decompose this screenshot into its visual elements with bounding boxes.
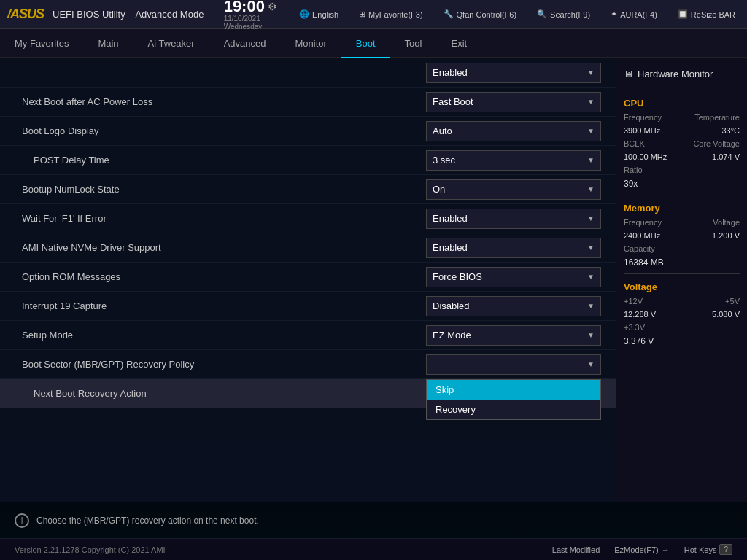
voltage-section-title: Voltage [624, 281, 740, 292]
setting-label-9: Setup Mode [22, 330, 426, 341]
nav-boot[interactable]: Boot [341, 29, 390, 58]
nav-main[interactable]: Main [83, 29, 133, 58]
setting-label-3: POST Delay Time [22, 155, 426, 166]
footer-bar: i Choose the (MBR/GPT) recovery action o… [0, 502, 747, 538]
cpu-temperature-label: Temperature [694, 113, 740, 122]
setting-dropdown-6[interactable]: Enabled ▼ [426, 238, 601, 258]
header: /ASUS UEFI BIOS Utility – Advanced Mode … [0, 0, 747, 29]
setting-label-5: Wait For 'F1' If Error [22, 213, 426, 224]
myfavorite-btn[interactable]: ⊞ MyFavorite(F3) [355, 8, 427, 20]
setting-dropdown-3[interactable]: 3 sec ▼ [426, 150, 601, 171]
volt-12-value: 12.288 V [624, 310, 656, 319]
fan-icon: 🔧 [444, 9, 454, 19]
setting-dropdown-2[interactable]: Auto ▼ [426, 121, 601, 141]
setting-label-11: Next Boot Recovery Action [22, 388, 426, 399]
gear-icon[interactable]: ⚙ [268, 1, 277, 12]
dropdown-value-1: Fast Boot [433, 96, 473, 107]
search-btn[interactable]: 🔍 Search(F9) [533, 8, 595, 20]
nav-my-favorites[interactable]: My Favorites [0, 29, 83, 58]
setting-label-2: Boot Logo Display [22, 125, 426, 136]
nav-exit[interactable]: Exit [436, 29, 481, 58]
setting-label-6: AMI Native NVMe Driver Support [22, 242, 426, 253]
mem-capacity-label: Capacity [624, 244, 655, 253]
dropdown-arrow-5: ▼ [587, 214, 595, 222]
cpu-ratio-value: 39x [624, 179, 740, 189]
date-display: 11/10/2021 Wednesday [224, 15, 263, 31]
dropdown-value-4: On [433, 184, 445, 195]
hardware-monitor-title: 🖥 Hardware Monitor [624, 66, 740, 82]
setting-row-7: Option ROM Messages Force BIOS ▼ [0, 262, 616, 292]
volt-33-label: +3.3V [624, 323, 645, 332]
setting-dropdown-9[interactable]: EZ Mode ▼ [426, 325, 601, 346]
dropdown-arrow-8: ▼ [587, 302, 595, 310]
settings-list: Enabled ▼ Next Boot after AC Power Loss … [0, 58, 616, 408]
hot-keys-btn[interactable]: Hot Keys ? [684, 544, 732, 555]
mem-freq-label: Frequency [624, 218, 662, 227]
volt-33-row: +3.3V [624, 323, 740, 332]
resize-label: ReSize BAR [691, 10, 735, 19]
cpu-voltage-label: Core Voltage [693, 139, 740, 148]
volt-12-value-row: 12.288 V 5.080 V [624, 310, 740, 319]
setting-dropdown-10[interactable]: ▼ [426, 354, 601, 375]
dropdown-option-skip[interactable]: Skip [427, 380, 600, 400]
datetime-block: 19:00 ⚙ 11/10/2021 Wednesday [224, 0, 277, 31]
mem-freq-value-row: 2400 MHz 1.200 V [624, 231, 740, 240]
cpu-frequency-value: 3900 MHz [624, 126, 660, 135]
setting-dropdown-1[interactable]: Fast Boot ▼ [426, 92, 601, 112]
setting-row-8: Interrupt 19 Capture Disabled ▼ [0, 292, 616, 321]
setting-label-8: Interrupt 19 Capture [22, 300, 426, 311]
setting-dropdown-4[interactable]: On ▼ [426, 179, 601, 200]
setting-dropdown-7[interactable]: Force BIOS ▼ [426, 267, 601, 287]
nav-tool[interactable]: Tool [390, 29, 437, 58]
last-modified-btn[interactable]: Last Modified [552, 544, 600, 555]
cpu-frequency-value-row: 3900 MHz 33°C [624, 126, 740, 135]
hot-keys-label: Hot Keys [684, 545, 717, 554]
logo: /ASUS [7, 7, 44, 22]
hw-divider-top [624, 90, 740, 90]
setting-row-0: Enabled ▼ [0, 58, 616, 88]
setting-row-10: Boot Sector (MBR/GPT) Recovery Policy ▼ [0, 350, 616, 379]
setting-row-4: Bootup NumLock State On ▼ [0, 175, 616, 204]
last-modified-label: Last Modified [552, 545, 600, 554]
setting-dropdown-0[interactable]: Enabled ▼ [426, 63, 601, 83]
volt-5-label: +5V [725, 297, 740, 306]
bios-title: UEFI BIOS Utility – Advanced Mode [53, 9, 224, 20]
dropdown-value-3: 3 sec [433, 155, 455, 166]
qfan-btn[interactable]: 🔧 Qfan Control(F6) [439, 8, 522, 20]
info-icon: i [15, 513, 29, 528]
nav-ai-tweaker[interactable]: Ai Tweaker [133, 29, 209, 58]
asus-logo: /ASUS [7, 7, 44, 22]
cpu-bclk-label: BCLK [624, 139, 645, 148]
cpu-ratio-label: Ratio [624, 166, 643, 174]
version-text: Version 2.21.1278 Copyright (C) 2021 AMI [15, 545, 166, 554]
setting-row-6: AMI Native NVMe Driver Support Enabled ▼ [0, 233, 616, 262]
nav-monitor[interactable]: Monitor [281, 29, 341, 58]
nav-advanced[interactable]: Advanced [209, 29, 281, 58]
dropdown-arrow-0: ▼ [587, 69, 595, 77]
aura-label: AURA(F4) [620, 10, 657, 19]
dropdown-value-5: Enabled [433, 213, 468, 224]
resize-icon: 🔲 [678, 9, 688, 19]
dropdown-option-recovery[interactable]: Recovery [427, 400, 600, 419]
aura-icon: ✦ [611, 9, 617, 19]
setting-dropdown-5[interactable]: Enabled ▼ [426, 209, 601, 229]
mem-capacity-value: 16384 MB [624, 257, 740, 268]
nav-bar: My Favorites Main Ai Tweaker Advanced Mo… [0, 29, 747, 58]
setting-dropdown-8[interactable]: Disabled ▼ [426, 296, 601, 316]
hw-divider-mem [624, 273, 740, 274]
dropdown-arrow-6: ▼ [587, 244, 595, 252]
ez-mode-btn[interactable]: EzMode(F7) → [614, 544, 670, 555]
ez-mode-label: EzMode(F7) [614, 545, 659, 554]
cpu-voltage-value: 1.074 V [712, 152, 740, 161]
setting-row-2: Boot Logo Display Auto ▼ [0, 117, 616, 146]
aura-btn[interactable]: ✦ AURA(F4) [606, 8, 662, 20]
dropdown-value-8: Disabled [433, 300, 470, 311]
language-btn[interactable]: 🌐 English [295, 8, 343, 20]
qfan-label: Qfan Control(F6) [457, 10, 517, 19]
resize-bar-btn[interactable]: 🔲 ReSize BAR [673, 8, 740, 20]
setting-row-3: POST Delay Time 3 sec ▼ [0, 146, 616, 175]
hot-keys-badge: ? [719, 544, 732, 555]
dropdown-value-9: EZ Mode [433, 330, 471, 341]
dropdown-value-7: Force BIOS [433, 271, 482, 282]
dropdown-arrow-7: ▼ [587, 273, 595, 281]
